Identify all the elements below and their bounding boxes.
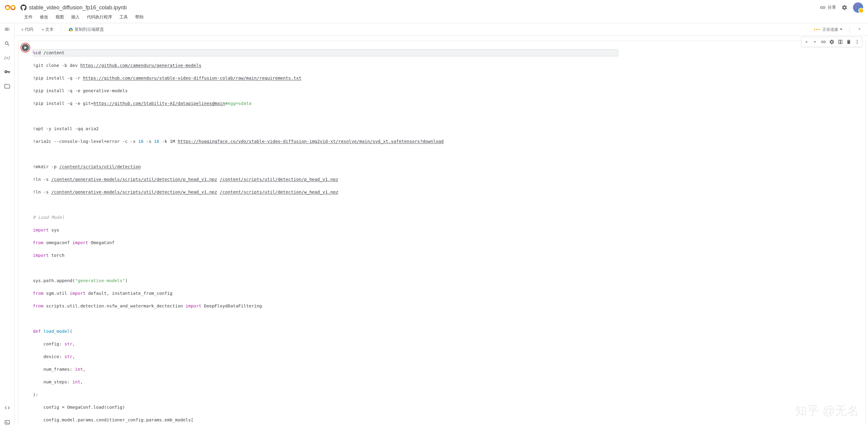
share-button[interactable]: 分享 (820, 4, 836, 10)
connect-button[interactable]: ••• 正在连接 (811, 26, 845, 33)
link-icon (820, 4, 826, 10)
svg-point-7 (857, 40, 858, 41)
content: + 代码 + 文本 复制到云端硬盘 ••• 正在连接 (14, 23, 868, 425)
colab-logo[interactable] (5, 2, 16, 13)
connecting-label: 正在连接 (823, 27, 838, 32)
code-snippet-icon[interactable] (4, 405, 10, 411)
copy-to-drive-button[interactable]: 复制到云端硬盘 (65, 26, 107, 33)
github-icon (21, 4, 27, 10)
notebook-area[interactable]: %cd /content !git clone -b dev https://g… (14, 36, 868, 425)
svg-rect-4 (5, 421, 9, 424)
code-editor[interactable]: %cd /content !git clone -b dev https://g… (32, 41, 865, 425)
sidebar: {x} (0, 23, 14, 425)
chevron-up-icon (857, 27, 862, 31)
menu-view[interactable]: 视图 (53, 13, 67, 21)
terminal-icon[interactable] (4, 419, 10, 425)
add-code-button[interactable]: + 代码 (18, 26, 36, 33)
gear-icon[interactable] (841, 4, 847, 10)
menu-runtime[interactable]: 代码执行程序 (84, 13, 115, 21)
play-icon (25, 46, 27, 49)
toolbar: + 代码 + 文本 复制到云端硬盘 ••• 正在连接 (14, 23, 868, 36)
add-text-button[interactable]: + 文本 (39, 26, 57, 33)
menu-help[interactable]: 帮助 (132, 13, 147, 21)
variables-icon[interactable]: {x} (4, 55, 10, 60)
search-icon[interactable] (4, 41, 10, 47)
collapse-button[interactable] (855, 25, 864, 33)
code-cell[interactable]: %cd /content !git clone -b dev https://g… (18, 41, 866, 425)
menu-insert[interactable]: 插入 (68, 13, 83, 21)
header: stable_video_diffusion_fp16_colab.ipynb … (0, 0, 868, 13)
run-cell-button[interactable] (21, 43, 30, 53)
chevron-down-icon (840, 29, 842, 30)
notebook-title[interactable]: stable_video_diffusion_fp16_colab.ipynb (29, 4, 127, 11)
share-label: 分享 (828, 5, 836, 10)
menu-file[interactable]: 文件 (21, 13, 36, 21)
toc-icon[interactable] (4, 26, 10, 32)
menubar: 文件 修改 视图 插入 代码执行程序 工具 帮助 (0, 13, 868, 23)
folder-icon[interactable] (4, 83, 10, 89)
menu-edit[interactable]: 修改 (37, 13, 51, 21)
loading-dots-icon: ••• (814, 27, 820, 32)
avatar[interactable] (853, 2, 863, 13)
drive-icon (68, 27, 73, 32)
menu-tools[interactable]: 工具 (116, 13, 131, 21)
key-icon[interactable] (4, 69, 10, 75)
